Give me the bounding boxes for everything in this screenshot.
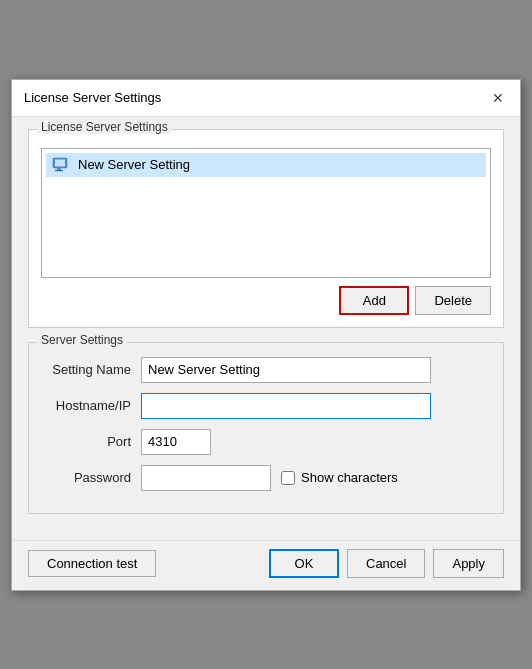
connection-test-button[interactable]: Connection test: [28, 550, 156, 577]
server-list-item[interactable]: New Server Setting: [46, 153, 486, 177]
hostname-label: Hostname/IP: [41, 398, 141, 413]
dialog-title: License Server Settings: [24, 90, 161, 105]
setting-name-row: Setting Name: [41, 357, 491, 383]
cancel-button[interactable]: Cancel: [347, 549, 425, 578]
setting-name-label: Setting Name: [41, 362, 141, 377]
setting-name-input[interactable]: [141, 357, 431, 383]
server-settings-label: Server Settings: [37, 333, 127, 347]
close-button[interactable]: ✕: [488, 88, 508, 108]
license-section-label: License Server Settings: [37, 120, 172, 134]
footer-left: Connection test: [28, 550, 156, 577]
show-characters-checkbox[interactable]: [281, 471, 295, 485]
dialog-footer: Connection test OK Cancel Apply: [12, 540, 520, 590]
hostname-input[interactable]: [141, 393, 431, 419]
footer-right: OK Cancel Apply: [269, 549, 504, 578]
dialog-body: License Server Settings New Server Setti…: [12, 117, 520, 540]
svg-rect-3: [55, 170, 63, 171]
port-row: Port: [41, 429, 491, 455]
svg-rect-1: [55, 159, 65, 166]
port-input[interactable]: [141, 429, 211, 455]
apply-button[interactable]: Apply: [433, 549, 504, 578]
delete-button[interactable]: Delete: [415, 286, 491, 315]
add-button[interactable]: Add: [339, 286, 409, 315]
title-bar: License Server Settings ✕: [12, 80, 520, 117]
dialog-window: License Server Settings ✕ License Server…: [11, 79, 521, 591]
password-input[interactable]: [141, 465, 271, 491]
show-characters-text: Show characters: [301, 470, 398, 485]
svg-rect-2: [57, 168, 61, 170]
show-characters-label[interactable]: Show characters: [281, 470, 398, 485]
server-settings-section: Server Settings Setting Name Hostname/IP…: [28, 342, 504, 514]
server-icon: [52, 157, 72, 173]
server-list-buttons: Add Delete: [41, 286, 491, 315]
password-label: Password: [41, 470, 141, 485]
server-list-item-name: New Server Setting: [78, 157, 190, 172]
ok-button[interactable]: OK: [269, 549, 339, 578]
license-server-section: License Server Settings New Server Setti…: [28, 129, 504, 328]
server-list-box[interactable]: New Server Setting: [41, 148, 491, 278]
password-row: Password Show characters: [41, 465, 491, 491]
port-label: Port: [41, 434, 141, 449]
hostname-row: Hostname/IP: [41, 393, 491, 419]
